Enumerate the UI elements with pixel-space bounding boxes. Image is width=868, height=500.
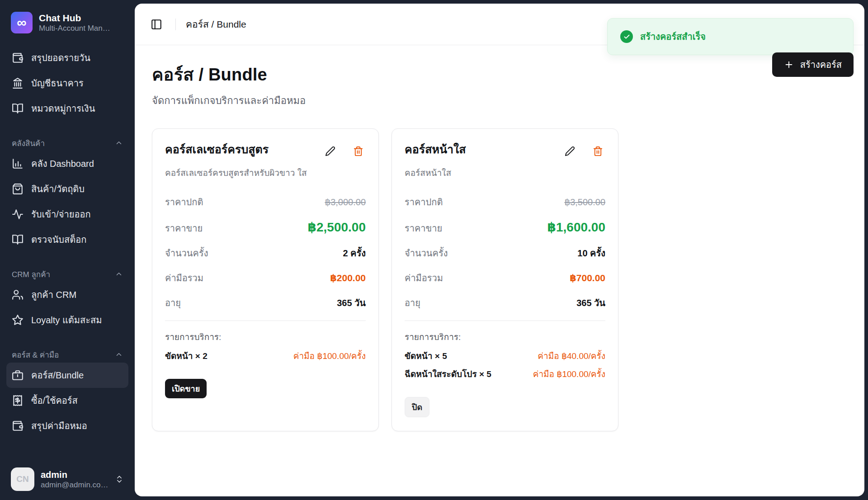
service-row: ฉีดหน้าใสระดับโปร × 5 ค่ามือ ฿100.00/ครั…	[405, 367, 605, 381]
course-description: คอร์สเลเซอร์ครบสูตรสำหรับผิวขาว ใส	[165, 166, 366, 179]
sidebar-item-label: ลูกค้า CRM	[31, 288, 76, 302]
sidebar-item-label: คลัง Dashboard	[31, 156, 94, 171]
sale-price-value: ฿2,500.00	[308, 220, 366, 235]
sidebar-item-crm-customers[interactable]: ลูกค้า CRM	[6, 282, 128, 307]
sidebar-item-daily-summary[interactable]: สรุปยอดรายวัน	[6, 45, 128, 71]
chevron-up-icon	[115, 270, 123, 278]
main-panel: คอร์ส / Bundle สร้างคอร์สสำเร็จ คอร์ส / …	[135, 4, 864, 496]
wallet-icon	[12, 52, 24, 64]
sidebar-item-stock-in-out[interactable]: รับเข้า/จ่ายออก	[6, 202, 128, 227]
course-detail-rows: ราคาปกติ ฿3,000.00 ราคาขาย ฿2,500.00 จำน…	[165, 195, 366, 310]
service-row: ขัดหน้า × 5 ค่ามือ ฿40.00/ครั้ง	[405, 349, 605, 363]
validity-row: อายุ 365 วัน	[165, 296, 366, 310]
avatar: CN	[11, 467, 34, 491]
course-card: คอร์สหน้าใส คอร	[392, 128, 618, 431]
service-name: ฉีดหน้าใสระดับโปร × 5	[405, 367, 491, 381]
receipt-icon	[12, 395, 24, 406]
sidebar-item-inventory-dashboard[interactable]: คลัง Dashboard	[6, 151, 128, 176]
sidebar-item-label: สินค้า/วัตถุดิบ	[31, 182, 85, 196]
toast-message: สร้างคอร์สสำเร็จ	[640, 29, 706, 44]
edit-course-button[interactable]	[322, 143, 338, 159]
validity-row: อายุ 365 วัน	[405, 296, 605, 310]
page-content: คอร์ส / Bundle จัดการแพ็กเกจบริการและค่า…	[135, 45, 864, 431]
normal-price-row: ราคาปกติ ฿3,000.00	[165, 195, 366, 209]
course-card-list: คอร์สเลเซอร์ครบสูตร	[152, 128, 854, 431]
row-label: อายุ	[165, 296, 181, 310]
service-name: ขัดหน้า × 5	[405, 349, 447, 363]
sessions-row: จำนวนครั้ง 2 ครั้ง	[165, 246, 366, 260]
validity-value: 365 วัน	[337, 296, 366, 310]
sidebar-item-buy-use-course[interactable]: ซื้อ/ใช้คอร์ส	[6, 388, 128, 413]
sidebar-item-products-materials[interactable]: สินค้า/วัตถุดิบ	[6, 176, 128, 202]
chevron-up-icon	[115, 139, 123, 147]
check-circle-icon	[620, 30, 633, 43]
breadcrumb: คอร์ส / Bundle	[186, 17, 246, 32]
create-course-button[interactable]: สร้างคอร์ส	[772, 52, 854, 77]
app-logo-row: ∞ Chat Hub Multi-Account Man…	[0, 0, 135, 38]
plus-icon	[784, 60, 794, 70]
row-label: ราคาปกติ	[405, 195, 443, 209]
create-course-label: สร้างคอร์ส	[800, 57, 842, 72]
sidebar-item-label: สรุปยอดรายวัน	[31, 51, 90, 65]
card-divider	[405, 321, 605, 321]
sidebar-section-title: คลังสินค้า	[12, 137, 45, 149]
pencil-icon	[565, 146, 575, 156]
wallet-icon	[12, 420, 24, 432]
service-fee: ค่ามือ ฿100.00/ครั้ง	[533, 367, 605, 381]
sidebar-toggle-button[interactable]	[147, 15, 165, 33]
sale-price-row: ราคาขาย ฿1,600.00	[405, 220, 605, 236]
sidebar-item-course-bundle[interactable]: คอร์ส/Bundle	[6, 363, 128, 388]
user-menu[interactable]: CN admin admin@admin.co…	[6, 464, 128, 495]
course-detail-rows: ราคาปกติ ฿3,500.00 ราคาขาย ฿1,600.00 จำน…	[405, 195, 605, 310]
sidebar-item-label: หมวดหมู่การเงิน	[31, 101, 95, 116]
sidebar-item-fee-summary[interactable]: สรุปค่ามือหมอ	[6, 413, 128, 439]
row-label: จำนวนครั้ง	[405, 246, 448, 260]
card-header: คอร์สหน้าใส	[405, 142, 605, 159]
delete-course-button[interactable]	[590, 143, 605, 159]
page-title: คอร์ส / Bundle	[152, 61, 854, 88]
row-label: ค่ามือรวม	[165, 271, 203, 285]
service-row: ขัดหน้า × 2 ค่ามือ ฿100.00/ครั้ง	[165, 349, 366, 363]
delete-course-button[interactable]	[350, 143, 366, 159]
card-actions	[562, 142, 605, 159]
sidebar-item-label: คอร์ส/Bundle	[31, 368, 84, 382]
chevrons-up-down-icon	[115, 475, 124, 484]
normal-price-row: ราคาปกติ ฿3,500.00	[405, 195, 605, 209]
service-name: ขัดหน้า × 2	[165, 349, 208, 363]
sidebar-item-bank-accounts[interactable]: บัญชีธนาคาร	[6, 71, 128, 96]
total-fee-row: ค่ามือรวม ฿200.00	[165, 271, 366, 285]
sidebar-item-loyalty-points[interactable]: Loyalty แต้มสะสม	[6, 307, 128, 333]
sale-price-value: ฿1,600.00	[547, 220, 605, 235]
sidebar-section-crm[interactable]: CRM ลูกค้า	[6, 266, 128, 282]
card-actions	[322, 142, 366, 159]
sessions-value: 10 ครั้ง	[577, 246, 605, 260]
sidebar-nav: สรุปยอดรายวัน บัญชีธนาคาร หมวดหมู่การเงิ…	[0, 38, 135, 439]
row-label: ราคาปกติ	[165, 195, 203, 209]
normal-price-value: ฿3,500.00	[564, 197, 605, 208]
sessions-row: จำนวนครั้ง 10 ครั้ง	[405, 246, 605, 260]
user-info: admin admin@admin.co…	[41, 469, 108, 490]
sessions-value: 2 ครั้ง	[343, 246, 366, 260]
course-description: คอร์สหน้าใส	[405, 166, 605, 179]
bank-icon	[12, 77, 24, 89]
panel-left-icon	[151, 19, 162, 30]
book-open-icon	[12, 103, 24, 114]
sidebar-item-stock-count[interactable]: ตรวจนับสต็อก	[6, 227, 128, 252]
briefcase-icon	[12, 369, 24, 381]
card-divider	[165, 321, 366, 321]
user-name: admin	[41, 469, 108, 481]
sidebar-section-courses[interactable]: คอร์ส & ค่ามือ	[6, 346, 128, 363]
total-fee-value: ฿700.00	[570, 273, 605, 283]
sidebar-section-title: คอร์ส & ค่ามือ	[12, 349, 59, 361]
row-label: ราคาขาย	[165, 221, 203, 236]
normal-price-value: ฿3,000.00	[325, 197, 366, 208]
app-tagline: Multi-Account Man…	[39, 24, 110, 33]
sidebar-item-label: ซื้อ/ใช้คอร์ส	[31, 393, 78, 408]
sidebar-section-inventory[interactable]: คลังสินค้า	[6, 135, 128, 151]
sidebar-item-label: ตรวจนับสต็อก	[31, 232, 86, 247]
sidebar-item-finance-categories[interactable]: หมวดหมู่การเงิน	[6, 96, 128, 121]
sidebar-item-label: สรุปค่ามือหมอ	[31, 419, 87, 433]
edit-course-button[interactable]	[562, 143, 577, 159]
activity-icon	[12, 208, 24, 220]
row-label: ค่ามือรวม	[405, 271, 443, 285]
